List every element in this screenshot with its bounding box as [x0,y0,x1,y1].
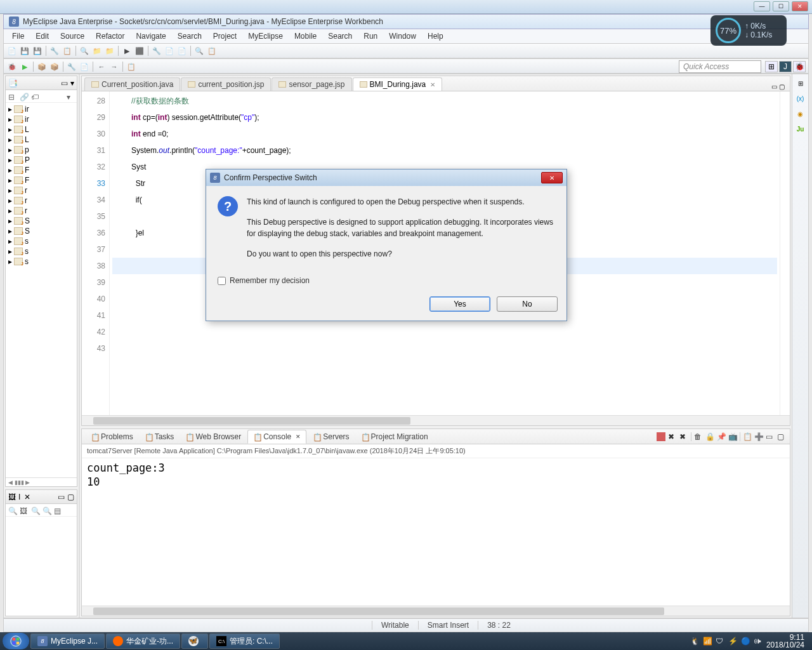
run-icon[interactable]: ▶ [19,61,30,72]
console-tab[interactable]: 📋Servers [308,430,354,443]
trim-icon[interactable]: ⊞ [796,78,806,88]
console-tab[interactable]: 📋Tasks [140,430,180,443]
tool-icon[interactable]: 📋 [62,45,73,56]
console-output[interactable]: count_page:3 10 [82,458,790,606]
tool-icon[interactable]: ▶ [121,45,133,56]
new-icon[interactable]: 📄 [6,45,18,56]
menu-icon[interactable]: ▤ [54,507,62,514]
fwd-icon[interactable]: → [108,61,120,72]
tool-icon[interactable]: 📋 [126,61,137,72]
min-icon[interactable]: ▭ [58,493,65,501]
taskbar-item[interactable]: 8MyEclipse J... [30,633,105,649]
pkg-tab-icon[interactable]: 📑 [8,79,18,88]
link-icon[interactable]: 🔗 [20,93,27,100]
editor-tab[interactable]: Current_position.java [84,77,180,91]
tool-icon[interactable]: 🔍 [79,45,90,56]
menu-source[interactable]: Source [55,30,90,43]
clear-icon[interactable]: 🗑 [694,432,703,441]
console-tab[interactable]: 📋Problems [86,430,138,443]
save-all-icon[interactable]: 💾 [32,45,43,56]
persp-icon[interactable]: ⊞ [765,61,778,72]
zoom-icon[interactable]: 🔍 [8,507,16,514]
display-icon[interactable]: 📺 [728,432,737,441]
zoomout-icon[interactable]: 🔍 [31,507,39,514]
win-max-icon[interactable]: ☐ [773,1,789,11]
menu-search[interactable]: Search [172,30,207,43]
menu-run[interactable]: Run [358,30,383,43]
win-close-icon[interactable]: ✕ [792,1,808,11]
trim-icon[interactable]: ◉ [796,109,806,119]
tray-icon[interactable]: 🐧 [690,637,699,646]
pin-icon[interactable]: 📌 [717,432,726,441]
max-icon[interactable]: ▢ [67,493,74,501]
tray-icon[interactable]: 🔵 [741,637,750,646]
taskbar-item[interactable]: 华金矿业-功... [106,633,180,649]
console-hscroll[interactable] [82,606,790,616]
img-icon[interactable]: 🖼 [20,507,27,514]
editor-tab[interactable]: BMI_During.java✕ [353,77,443,91]
package-item[interactable]: ▸S [7,226,75,236]
tool-icon[interactable]: 🔍 [193,45,205,56]
save-icon[interactable]: 💾 [19,45,30,56]
remove-icon[interactable]: ✖ [668,432,677,441]
taskbar-item[interactable]: C:\管理员: C:\... [209,633,280,649]
back-icon[interactable]: ← [96,61,107,72]
debug-icon[interactable]: 🐞 [6,61,18,72]
taskbar-item[interactable]: 🦋 [181,633,208,649]
start-button[interactable] [3,633,29,649]
persp-debug-icon[interactable]: 🐞 [793,61,806,72]
stop-icon[interactable] [657,432,665,441]
close-icon[interactable]: ▾ [70,79,74,88]
menu-refactor[interactable]: Refactor [90,30,130,43]
zoomin-icon[interactable]: 🔍 [43,507,50,514]
package-item[interactable]: ▸r [7,185,75,196]
tool-icon[interactable]: 📁 [91,45,103,56]
package-item[interactable]: ▸s [7,236,75,246]
collapse-icon[interactable]: ⊟ [8,93,16,100]
tool-icon[interactable]: 🔧 [66,61,77,72]
package-item[interactable]: ▸r [7,196,75,206]
tray-icon[interactable]: 📶 [703,637,712,646]
tool-icon[interactable]: 📄 [164,45,175,56]
tool-icon[interactable]: 🔧 [151,45,162,56]
menu-myeclipse[interactable]: MyEclipse [242,30,289,43]
package-item[interactable]: ▸P [7,155,75,165]
tool-icon[interactable]: 🔧 [49,45,60,56]
console-tab[interactable]: 📋Console✕ [247,430,306,444]
menu-project[interactable]: Project [207,30,242,43]
tool-icon[interactable]: 📦 [49,61,60,72]
min-icon[interactable]: ▭ [766,432,775,441]
min-icon[interactable]: ▭ [61,79,68,88]
trim-icon[interactable]: (x) [796,93,806,103]
tool-icon[interactable]: 📁 [104,45,115,56]
tool-icon[interactable]: 📦 [36,61,48,72]
package-item[interactable]: ▸r [7,206,75,216]
overview-ruler[interactable] [780,91,790,415]
console-tab[interactable]: 📋Web Browser [180,430,246,443]
win-min-icon[interactable]: — [754,1,770,11]
package-item[interactable]: ▸p [7,145,75,155]
package-item[interactable]: ▸F [7,165,75,175]
tool-icon[interactable]: 📋 [206,45,218,56]
package-item[interactable]: ▸ir [7,114,75,124]
open-console-icon[interactable]: 📋 [743,432,752,441]
package-item[interactable]: ▸L [7,135,75,145]
console-tab[interactable]: 📋Project Migration [356,430,433,443]
package-item[interactable]: ▸s [7,256,75,267]
tray-icon[interactable]: ⚡ [728,637,737,646]
tray-icon[interactable]: 🕪 [754,637,763,646]
dialog-close-icon[interactable]: ✕ [541,172,563,183]
package-item[interactable]: ▸s [7,246,75,256]
menu-help[interactable]: Help [422,30,449,43]
image-tab-icon[interactable]: 🖼 [8,493,16,501]
package-item[interactable]: ▸F [7,175,75,185]
menu-icon[interactable]: ▾ [67,93,74,100]
tool-icon[interactable]: 📄 [79,61,90,72]
editor-hscroll[interactable] [82,415,790,425]
tool-icon[interactable]: ⬛ [134,45,145,56]
editor-tab[interactable]: current_position.jsp [181,77,271,91]
new-console-icon[interactable]: ➕ [754,432,763,441]
tray-icon[interactable]: 🛡 [716,637,724,646]
remove-all-icon[interactable]: ✖ [679,432,688,441]
package-item[interactable]: ▸S [7,216,75,226]
